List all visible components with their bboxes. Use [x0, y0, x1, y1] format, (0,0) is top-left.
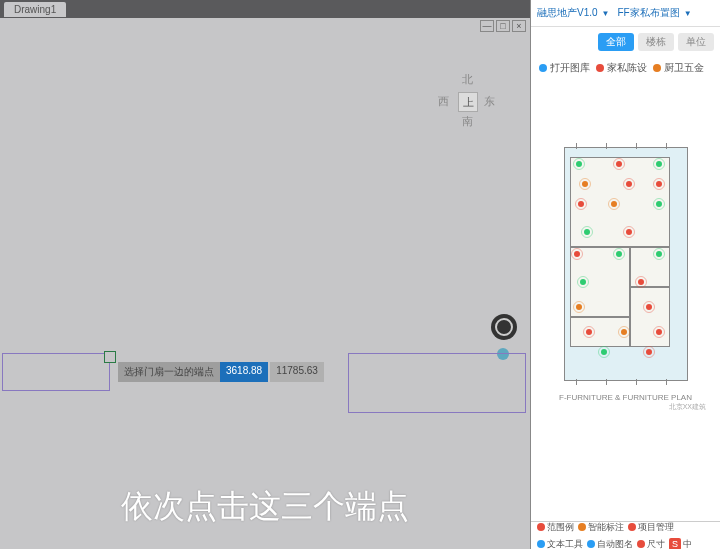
bb-dim[interactable]: 尺寸 [637, 538, 665, 550]
compass-n: 北 [462, 72, 473, 87]
side-panel: 融思地产V1.0 ▼ FF家私布置图 ▼ 全部 楼栋 单位 打开图库 家私陈设 … [530, 0, 720, 549]
filter-all[interactable]: 全部 [598, 33, 634, 51]
command-prompt: 选择门扇一边的端点 3618.88 11785.63 [118, 362, 324, 382]
bb-ime[interactable]: S中 [669, 538, 692, 550]
compass-e: 东 [484, 94, 495, 109]
bb-project[interactable]: 项目管理 [628, 521, 674, 534]
selection-rect-left [2, 353, 110, 391]
prompt-label: 选择门扇一边的端点 [118, 362, 220, 382]
minimize-icon[interactable]: — [480, 20, 494, 32]
tutorial-overlay-text: 依次点击这三个端点 [0, 485, 530, 529]
view-compass[interactable]: 上 北 南 西 东 [440, 74, 496, 130]
document-tab[interactable]: Drawing1 [4, 2, 66, 17]
compass-w: 西 [438, 94, 449, 109]
panel-dropdown[interactable]: FF家私布置图 [618, 6, 680, 20]
prompt-y-value: 11785.63 [270, 362, 324, 382]
filter-1[interactable]: 楼栋 [638, 33, 674, 51]
panel-title[interactable]: 融思地产V1.0 [537, 6, 598, 20]
floorplan-title: F-FURNITURE & FURNITURE PLAN [531, 393, 720, 402]
bb-autoname[interactable]: 自动图名 [587, 538, 633, 550]
selection-rect-right [348, 353, 526, 413]
floorplan-brand: 北京XX建筑 [531, 402, 720, 412]
floorplan-thumbnail[interactable] [556, 139, 696, 389]
bb-text[interactable]: 文本工具 [537, 538, 583, 550]
legend-kitchen[interactable]: 厨卫五金 [653, 61, 704, 75]
chevron-down-icon[interactable]: ▼ [684, 9, 692, 18]
legend-library[interactable]: 打开图库 [539, 61, 590, 75]
prompt-x-value[interactable]: 3618.88 [220, 362, 268, 382]
close-icon[interactable]: × [512, 20, 526, 32]
tool-circle-icon[interactable] [491, 314, 517, 340]
endpoint-marker[interactable] [104, 351, 116, 363]
drawing-canvas[interactable]: 上 北 南 西 东 选择门扇一边的端点 3618.88 11785.63 [0, 18, 530, 549]
maximize-icon[interactable]: □ [496, 20, 510, 32]
compass-top[interactable]: 上 [458, 92, 478, 112]
filter-2[interactable]: 单位 [678, 33, 714, 51]
bb-legend[interactable]: 范围例 [537, 521, 574, 534]
panel-bottombar: 范围例 智能标注 项目管理 文本工具 自动图名 尺寸 S中 [531, 521, 720, 549]
compass-s: 南 [462, 114, 473, 129]
chevron-down-icon[interactable]: ▼ [602, 9, 610, 18]
legend-furniture[interactable]: 家私陈设 [596, 61, 647, 75]
bb-smart[interactable]: 智能标注 [578, 521, 624, 534]
